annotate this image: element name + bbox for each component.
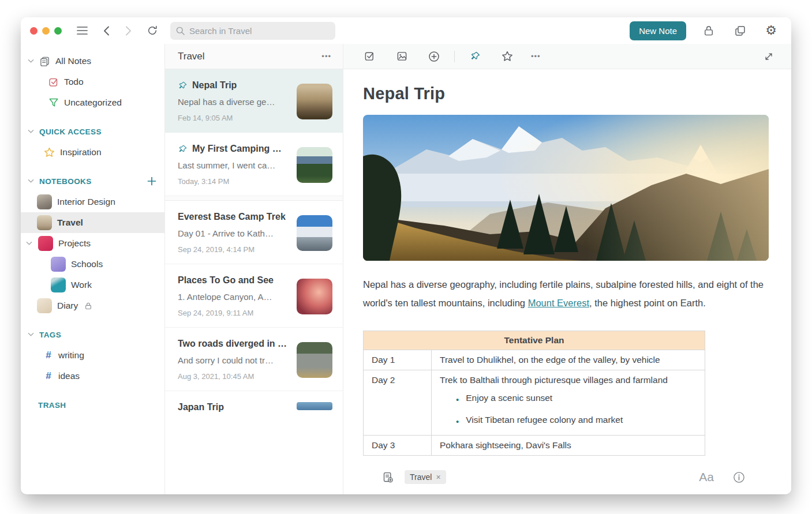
sidebar-tag-ideas[interactable]: # ideas bbox=[21, 366, 164, 387]
chevron-down-icon[interactable] bbox=[28, 179, 34, 183]
note-list-item[interactable]: Two roads diverged in … And sorry I coul… bbox=[165, 328, 343, 391]
section-title: QUICK ACCESS bbox=[39, 127, 102, 136]
note-list-item[interactable]: Everest Base Camp Trek Day 01 - Arrive t… bbox=[165, 201, 343, 264]
plan-bullets: • Enjoy a scenic sunset • Visit Tibetan … bbox=[440, 393, 697, 428]
note-date: Sep 24, 2019, 4:14 PM bbox=[178, 245, 290, 254]
sidebar-notebook-work[interactable]: Work bbox=[21, 275, 164, 295]
sidebar-item-todo[interactable]: Todo bbox=[21, 72, 164, 92]
back-icon[interactable] bbox=[98, 22, 115, 39]
search-field[interactable] bbox=[170, 22, 335, 40]
note-title: Places To Go and See bbox=[178, 275, 274, 286]
section-title: NOTEBOOKS bbox=[39, 177, 92, 186]
info-icon[interactable] bbox=[730, 468, 747, 486]
zoom-window-button[interactable] bbox=[54, 27, 62, 35]
note-preview: And sorry I could not tr… bbox=[178, 355, 290, 365]
pin-icon bbox=[178, 81, 188, 91]
sidebar-item-label: Todo bbox=[64, 77, 84, 87]
section-title: TAGS bbox=[39, 331, 61, 339]
notebook-thumbnail bbox=[38, 236, 53, 251]
chevron-down-icon[interactable] bbox=[26, 241, 32, 246]
note-preview: Day 01 - Arrive to Kath… bbox=[178, 228, 290, 238]
settings-gear-icon[interactable]: ⚙ bbox=[762, 22, 780, 39]
forward-icon[interactable] bbox=[119, 22, 137, 39]
note-hero-image[interactable] bbox=[363, 115, 769, 261]
trash-label: TRASH bbox=[38, 401, 66, 410]
refresh-icon[interactable] bbox=[144, 22, 161, 39]
note-list-item[interactable]: Japan Trip bbox=[165, 391, 343, 422]
day-cell[interactable]: Day 1 bbox=[364, 350, 432, 370]
table-header-cell[interactable]: Tentative Plan bbox=[364, 331, 705, 350]
chevron-down-icon[interactable] bbox=[28, 129, 34, 134]
add-to-notebook-icon[interactable] bbox=[379, 468, 396, 486]
expand-icon[interactable] bbox=[760, 48, 777, 65]
tentative-plan-table[interactable]: Tentative Plan Day 1 Travel to Dhulikhel… bbox=[363, 331, 705, 456]
locked-icon bbox=[84, 302, 92, 310]
sidebar-item-inspiration[interactable]: Inspiration bbox=[21, 142, 164, 163]
chevron-down-icon[interactable] bbox=[28, 332, 34, 337]
close-window-button[interactable] bbox=[30, 27, 38, 35]
note-list-item[interactable]: Nepal Trip Nepal has a diverse ge… Feb 1… bbox=[165, 69, 343, 133]
bullet-item: • Enjoy a scenic sunset bbox=[456, 393, 697, 406]
todo-checkbox-icon bbox=[48, 77, 59, 87]
note-date: Sep 24, 2019, 9:11 AM bbox=[178, 309, 290, 317]
lock-icon[interactable] bbox=[700, 22, 717, 39]
sidebar-item-trash[interactable]: TRASH bbox=[21, 395, 164, 415]
windows-copy-icon[interactable] bbox=[731, 22, 749, 39]
minimize-window-button[interactable] bbox=[42, 27, 50, 35]
chip-remove-icon[interactable]: × bbox=[436, 472, 440, 482]
pin-note-icon[interactable] bbox=[466, 48, 484, 65]
insert-plus-icon[interactable] bbox=[425, 48, 443, 65]
plan-cell[interactable]: Pokhara sightseeing, Davi's Falls bbox=[432, 435, 705, 455]
section-quick-access[interactable]: QUICK ACCESS bbox=[21, 121, 164, 142]
note-list-menu-icon[interactable]: ••• bbox=[321, 52, 331, 61]
chip-label: Travel bbox=[410, 472, 432, 482]
search-input[interactable] bbox=[189, 26, 330, 36]
add-notebook-icon[interactable] bbox=[145, 174, 159, 188]
note-thumbnail bbox=[297, 147, 332, 183]
star-icon bbox=[44, 147, 55, 157]
sidebar-tag-writing[interactable]: # writing bbox=[21, 345, 164, 366]
day-cell[interactable]: Day 2 bbox=[364, 370, 432, 436]
section-tags[interactable]: TAGS bbox=[21, 324, 164, 345]
mount-everest-link[interactable]: Mount Everest bbox=[528, 298, 589, 308]
bullet-dot-icon: • bbox=[456, 393, 459, 406]
note-list-item[interactable]: My First Camping … Last summer, I went c… bbox=[165, 133, 343, 196]
hash-icon: # bbox=[44, 370, 53, 382]
note-thumbnail bbox=[297, 279, 332, 314]
sidebar-notebook-schools[interactable]: Schools bbox=[21, 254, 164, 275]
sidebar-notebook-interior-design[interactable]: Interior Design bbox=[21, 192, 164, 212]
note-list-panel: Travel ••• Nepal Trip Nepal has a divers… bbox=[164, 44, 343, 494]
tag-label: writing bbox=[58, 350, 84, 361]
chevron-down-icon[interactable] bbox=[28, 59, 34, 63]
sidebar-notebook-projects[interactable]: Projects bbox=[21, 233, 164, 254]
note-list-item[interactable]: Places To Go and See 1. Antelope Canyon,… bbox=[165, 264, 343, 328]
notebook-chip[interactable]: Travel × bbox=[405, 470, 446, 484]
sidebar-item-uncategorized[interactable]: Uncategorized bbox=[21, 92, 164, 113]
day-cell[interactable]: Day 3 bbox=[364, 435, 432, 455]
notebook-thumbnail bbox=[37, 298, 52, 313]
table-row[interactable]: Day 3 Pokhara sightseeing, Davi's Falls bbox=[364, 435, 705, 455]
notebook-thumbnail bbox=[37, 194, 52, 209]
section-notebooks[interactable]: NOTEBOOKS bbox=[21, 171, 164, 192]
checklist-icon[interactable] bbox=[361, 48, 378, 65]
note-paragraph[interactable]: Nepal has a diverse geography, including… bbox=[363, 276, 769, 312]
sidebar-item-label: Uncategorized bbox=[64, 97, 122, 108]
insert-image-icon[interactable] bbox=[393, 48, 410, 65]
plan-cell[interactable]: Trek to Balthali through picturesque vil… bbox=[432, 370, 705, 436]
editor-menu-icon[interactable]: ••• bbox=[531, 52, 541, 61]
font-style-button[interactable]: Aa bbox=[699, 470, 714, 484]
plan-cell[interactable]: Travel to Dhulikhel, on the edge of the … bbox=[432, 350, 705, 370]
sidebar-item-all-notes[interactable]: All Notes bbox=[21, 51, 164, 72]
editor-panel: ••• Nepal Trip bbox=[343, 44, 791, 494]
favorite-star-icon[interactable] bbox=[499, 48, 516, 65]
new-note-button[interactable]: New Note bbox=[630, 21, 686, 40]
search-icon bbox=[176, 27, 185, 35]
note-thumbnail bbox=[297, 402, 332, 410]
table-row[interactable]: Day 2 Trek to Balthali through picturesq… bbox=[364, 370, 705, 436]
sidebar-toggle-icon[interactable] bbox=[73, 22, 91, 39]
sidebar-notebook-diary[interactable]: Diary bbox=[21, 295, 164, 316]
table-row[interactable]: Day 1 Travel to Dhulikhel, on the edge o… bbox=[364, 350, 705, 370]
note-title-heading[interactable]: Nepal Trip bbox=[363, 84, 768, 103]
notebook-label: Projects bbox=[58, 238, 91, 249]
sidebar-notebook-travel[interactable]: Travel bbox=[21, 212, 164, 233]
